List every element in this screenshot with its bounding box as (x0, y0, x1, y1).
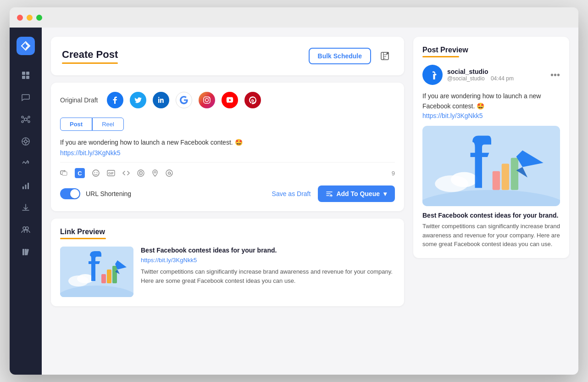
link-preview-content: Best Facebook contest ideas for your bra… (60, 247, 395, 297)
post-preview-card: Post Preview social_studio @social_studi… (413, 37, 569, 258)
sidebar-item-analytics[interactable] (17, 176, 35, 195)
repost-icon[interactable] (60, 169, 67, 177)
add-to-queue-label: Add To Queue (336, 190, 380, 197)
svg-rect-20 (25, 185, 27, 189)
avatar (422, 65, 443, 85)
code-icon[interactable] (122, 169, 130, 177)
profile-name: social_studio (447, 68, 546, 75)
svg-rect-1 (26, 72, 29, 75)
sidebar-item-messages[interactable] (17, 88, 35, 107)
export-icon[interactable] (377, 48, 393, 64)
mention-icon[interactable] (166, 169, 173, 177)
article-url[interactable]: https://bit.ly/3KgNkk5 (141, 257, 395, 264)
post-content-area: If you are wondering how to launch a new… (60, 137, 395, 157)
url-shortening-toggle-row: URL Shortening (60, 188, 131, 199)
queue-icon (326, 191, 333, 197)
link-preview-card: Link Preview (51, 219, 404, 306)
link-preview-underline (60, 238, 106, 239)
page-title-underline (62, 62, 118, 64)
sidebar-item-library[interactable] (17, 242, 35, 261)
svg-line-9 (23, 118, 24, 119)
svg-point-33 (94, 172, 95, 173)
platform-facebook[interactable] (107, 92, 123, 108)
maximize-button[interactable] (36, 15, 42, 21)
app-body: Create Post Bulk Schedule (10, 28, 578, 375)
sidebar-item-dashboard[interactable] (17, 66, 35, 84)
bulk-schedule-button[interactable]: Bulk Schedule (309, 48, 371, 64)
profile-info: social_studio @social_studio 04:44 pm (447, 68, 546, 82)
post-preview-title: Post Preview (422, 46, 560, 54)
platform-google[interactable] (176, 92, 192, 108)
gif-icon[interactable]: GIF (107, 170, 115, 176)
platform-instagram[interactable] (199, 92, 215, 108)
svg-rect-0 (22, 72, 25, 75)
target-icon[interactable] (137, 169, 144, 177)
close-button[interactable] (17, 15, 23, 21)
url-shortening-toggle[interactable] (60, 188, 80, 199)
profile-handle-time: @social_studio 04:44 pm (447, 75, 546, 82)
page-title-wrapper: Create Post (62, 49, 118, 64)
add-to-queue-button[interactable]: Add To Queue ▾ (318, 185, 395, 202)
svg-point-8 (28, 121, 30, 123)
svg-rect-24 (22, 249, 24, 255)
svg-rect-2 (22, 76, 25, 79)
preview-illustration (60, 247, 133, 297)
platform-linkedin[interactable] (153, 92, 169, 108)
platform-pinterest[interactable] (244, 92, 261, 108)
svg-rect-48 (107, 270, 111, 283)
svg-line-12 (27, 120, 28, 121)
sidebar-item-campaigns[interactable] (17, 154, 35, 173)
link-preview-title: Link Preview (60, 228, 395, 236)
traffic-lights (17, 15, 42, 21)
post-text: If you are wondering how to launch a new… (60, 139, 243, 146)
svg-rect-49 (112, 266, 117, 283)
svg-point-29 (209, 98, 210, 99)
sidebar-item-audience[interactable] (17, 220, 35, 239)
main-content: Create Post Bulk Schedule (42, 28, 413, 375)
minimize-button[interactable] (27, 15, 33, 21)
sidebar-item-support[interactable] (17, 132, 35, 151)
queue-dropdown-icon: ▾ (383, 190, 387, 197)
composer-toolbar: C GIF (60, 162, 395, 178)
sidebar-item-downloads[interactable] (17, 198, 35, 217)
svg-rect-57 (502, 164, 509, 190)
sidebar-logo[interactable] (17, 37, 35, 55)
post-link[interactable]: https://bit.ly/3KgNkk5 (60, 149, 395, 157)
svg-point-55 (451, 172, 477, 187)
preview-article-image (422, 126, 560, 206)
svg-text:GIF: GIF (108, 172, 114, 175)
page-title: Create Post (62, 49, 118, 61)
location-icon[interactable] (152, 169, 158, 177)
tab-reel[interactable]: Reel (92, 118, 124, 131)
preview-post-text: If you are wondering how to launch a new… (422, 91, 560, 121)
platform-row: Original Draft (60, 92, 395, 108)
svg-point-42 (168, 172, 171, 174)
char-count: 9 (392, 170, 395, 177)
header-actions: Bulk Schedule (309, 48, 393, 64)
right-panel: Post Preview social_studio @social_studi… (413, 28, 578, 375)
svg-rect-56 (493, 171, 500, 190)
link-preview-text: Best Facebook contest ideas for your bra… (141, 247, 395, 285)
svg-point-23 (26, 227, 28, 230)
svg-rect-21 (28, 183, 29, 189)
tab-post[interactable]: Post (60, 118, 92, 131)
platform-youtube[interactable] (222, 92, 238, 108)
composer-card: Original Draft (51, 83, 404, 211)
svg-rect-31 (62, 172, 67, 175)
save-draft-button[interactable]: Save as Draft (272, 190, 311, 197)
svg-point-5 (22, 116, 23, 118)
app-window: Create Post Bulk Schedule (10, 7, 578, 375)
ai-icon[interactable]: C (75, 168, 85, 178)
platform-twitter[interactable] (130, 92, 146, 108)
preview-illustration-large (422, 126, 560, 206)
preview-post-link[interactable]: https://bit.ly/3KgNkk5 (422, 112, 483, 119)
svg-point-40 (154, 171, 156, 173)
emoji-icon[interactable] (92, 169, 100, 177)
sidebar-item-network[interactable] (17, 110, 35, 129)
svg-point-28 (205, 99, 209, 102)
svg-rect-19 (22, 186, 24, 189)
more-options-icon[interactable]: ••• (550, 70, 560, 80)
preview-article-title: Best Facebook contest ideas for your bra… (422, 212, 560, 219)
svg-line-10 (27, 118, 28, 119)
preview-profile-row: social_studio @social_studio 04:44 pm ••… (422, 65, 560, 85)
